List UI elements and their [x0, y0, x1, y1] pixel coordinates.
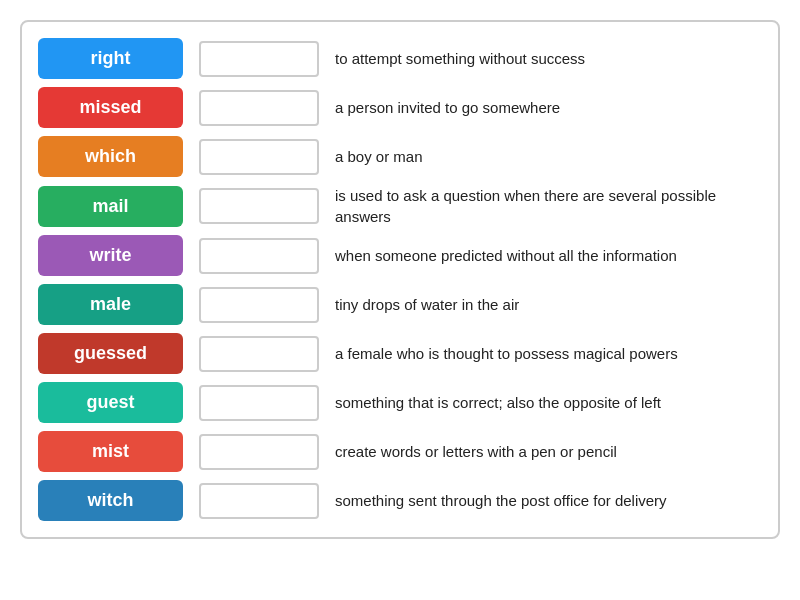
row-right: rightto attempt something without succes… [38, 38, 762, 79]
answer-input-write[interactable] [199, 238, 319, 274]
row-missed: misseda person invited to go somewhere [38, 87, 762, 128]
row-guessed: guesseda female who is thought to posses… [38, 333, 762, 374]
word-button-mail[interactable]: mail [38, 186, 183, 227]
word-button-right[interactable]: right [38, 38, 183, 79]
row-witch: witchsomething sent through the post off… [38, 480, 762, 521]
answer-input-missed[interactable] [199, 90, 319, 126]
answer-input-guest[interactable] [199, 385, 319, 421]
answer-input-mail[interactable] [199, 188, 319, 224]
word-button-write[interactable]: write [38, 235, 183, 276]
definition-write: when someone predicted without all the i… [335, 245, 762, 266]
definition-mist: create words or letters with a pen or pe… [335, 441, 762, 462]
word-button-witch[interactable]: witch [38, 480, 183, 521]
definition-male: tiny drops of water in the air [335, 294, 762, 315]
definition-right: to attempt something without success [335, 48, 762, 69]
answer-input-which[interactable] [199, 139, 319, 175]
row-guest: guestsomething that is correct; also the… [38, 382, 762, 423]
definition-guest: something that is correct; also the oppo… [335, 392, 762, 413]
word-button-which[interactable]: which [38, 136, 183, 177]
definition-mail: is used to ask a question when there are… [335, 185, 762, 227]
answer-input-witch[interactable] [199, 483, 319, 519]
definition-guessed: a female who is thought to possess magic… [335, 343, 762, 364]
word-button-mist[interactable]: mist [38, 431, 183, 472]
answer-input-right[interactable] [199, 41, 319, 77]
word-button-guest[interactable]: guest [38, 382, 183, 423]
answer-input-guessed[interactable] [199, 336, 319, 372]
row-which: whicha boy or man [38, 136, 762, 177]
definition-missed: a person invited to go somewhere [335, 97, 762, 118]
word-button-guessed[interactable]: guessed [38, 333, 183, 374]
answer-input-mist[interactable] [199, 434, 319, 470]
row-mail: mailis used to ask a question when there… [38, 185, 762, 227]
definition-witch: something sent through the post office f… [335, 490, 762, 511]
row-male: maletiny drops of water in the air [38, 284, 762, 325]
word-button-missed[interactable]: missed [38, 87, 183, 128]
answer-input-male[interactable] [199, 287, 319, 323]
main-container: rightto attempt something without succes… [20, 20, 780, 539]
row-mist: mistcreate words or letters with a pen o… [38, 431, 762, 472]
word-button-male[interactable]: male [38, 284, 183, 325]
row-write: writewhen someone predicted without all … [38, 235, 762, 276]
definition-which: a boy or man [335, 146, 762, 167]
